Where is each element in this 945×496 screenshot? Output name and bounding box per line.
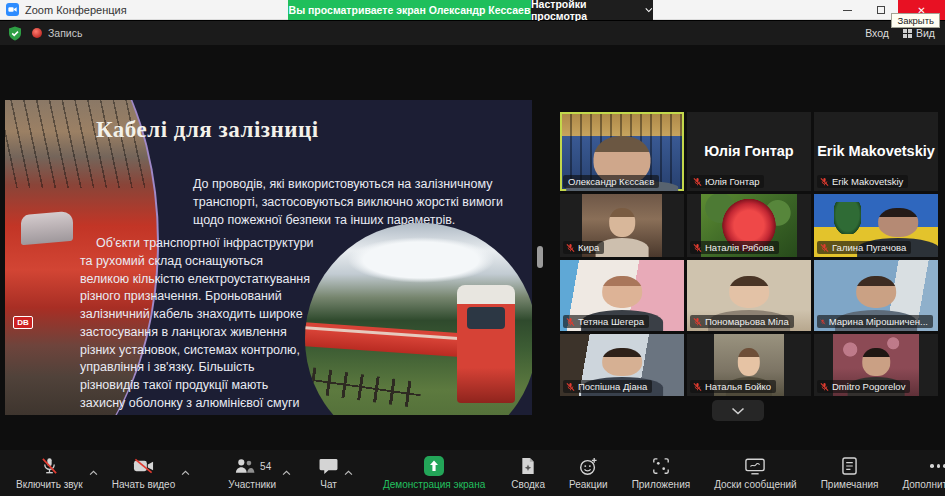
maximize-icon	[877, 6, 885, 14]
more-button[interactable]: Дополнительно	[896, 450, 945, 496]
participant-tile[interactable]: Олександр Кєссаєв	[560, 112, 684, 191]
close-tooltip: Закрыть	[891, 13, 940, 28]
reactions-button[interactable]: Реакции	[563, 450, 614, 496]
recording-label: Запись	[48, 27, 82, 39]
security-shield-icon[interactable]	[8, 26, 22, 41]
chat-button[interactable]: Чат	[313, 450, 344, 496]
audio-options-chevron[interactable]	[89, 450, 98, 496]
minimize-icon	[843, 10, 852, 11]
camera-off-icon	[133, 456, 154, 476]
login-button[interactable]: Вход	[865, 27, 889, 39]
video-options-chevron[interactable]	[181, 450, 190, 496]
whiteboards-button[interactable]: Доски сообщений	[708, 450, 803, 496]
chevron-down-icon	[731, 407, 745, 415]
muted-mic-icon	[693, 243, 702, 253]
notes-icon	[842, 456, 857, 476]
participant-name: Олександр Кєссаєв	[568, 176, 654, 187]
participant-display-name: Юлія Гонтар	[687, 142, 811, 158]
shared-screen-slide: DB Кабелі для залізниці До проводів, які…	[5, 100, 532, 415]
participant-display-name: Erik Makovetskiy	[814, 142, 938, 158]
participants-gallery: Олександр Кєссаєв Юлія Гонтар Юлія Гонта…	[560, 112, 938, 396]
slide-title: Кабелі для залізниці	[96, 117, 319, 143]
chat-icon	[319, 456, 338, 476]
window-titlebar: Zoom Конференция Вы просматриваете экран…	[0, 0, 945, 20]
muted-mic-icon	[820, 382, 829, 392]
fence	[310, 367, 423, 408]
participant-name: Галина Пугачова	[832, 242, 906, 253]
participant-name: Erik Makovetskiy	[832, 176, 903, 187]
more-icon	[930, 456, 945, 476]
summary-button[interactable]: Сводка	[505, 450, 551, 496]
share-screen-button[interactable]: Демонстрация экрана	[377, 450, 491, 496]
whiteboard-icon	[745, 456, 765, 476]
chevron-down-icon	[645, 7, 653, 13]
participant-tile[interactable]: Тетяна Шегера	[560, 260, 684, 331]
meeting-toolbar: Включить звук Начать видео 54 Участники …	[0, 450, 945, 496]
gallery-scrollbar[interactable]	[537, 246, 543, 268]
participant-name: Пономарьова Міла	[705, 316, 789, 327]
meeting-header: Запись Вход Вид	[0, 21, 945, 45]
muted-mic-icon	[566, 382, 575, 392]
participant-tile[interactable]: Наталія Рябова	[687, 194, 811, 257]
snow-mountain	[347, 237, 495, 283]
zoom-app-icon	[6, 3, 19, 16]
start-video-button[interactable]: Начать видео	[106, 450, 182, 496]
participant-name: Кира	[578, 242, 599, 253]
main-area: DB Кабелі для залізниці До проводів, які…	[0, 45, 945, 450]
mic-muted-icon	[41, 456, 58, 476]
screen-share-banner: Вы просматриваете экран Олександр Кессае…	[288, 0, 531, 20]
window-title: Zoom Конференция	[25, 4, 127, 16]
participant-name: Поспішна Діана	[578, 381, 647, 392]
reactions-icon	[579, 456, 598, 476]
participant-name: Наталія Рябова	[705, 242, 774, 253]
unmute-button[interactable]: Включить звук	[10, 450, 89, 496]
mountain-train-photo	[305, 223, 532, 415]
participant-name: Марина Мірошничен...	[829, 316, 928, 327]
recording-indicator-icon	[32, 28, 42, 38]
summary-icon	[520, 456, 536, 476]
slide-paragraph-2: Об'єкти транспортної інфраструктури та р…	[80, 235, 315, 415]
participant-tile[interactable]: Dmitro Pogorelov	[814, 334, 938, 396]
muted-mic-icon	[820, 317, 826, 327]
participant-tile[interactable]: Кира	[560, 194, 684, 257]
muted-mic-icon	[566, 243, 575, 253]
participant-name: Тетяна Шегера	[578, 316, 644, 327]
muted-mic-icon	[693, 317, 702, 327]
participant-tile[interactable]: Галина Пугачова	[814, 194, 938, 257]
notes-button[interactable]: Примечания	[815, 450, 885, 496]
view-settings-button[interactable]: Настройки просмотра	[531, 0, 653, 20]
share-screen-icon	[424, 456, 444, 476]
participants-button[interactable]: 54 Участники	[222, 450, 282, 496]
gallery-next-page-button[interactable]	[712, 400, 764, 421]
apps-button[interactable]: Приложения	[626, 450, 697, 496]
participant-name: Наталья Бойко	[705, 381, 771, 392]
slide-paragraph-1: До проводів, які використовуються на зал…	[193, 176, 531, 229]
participant-name: Dmitro Pogorelov	[832, 381, 905, 392]
participant-tile[interactable]: Наталья Бойко	[687, 334, 811, 396]
participants-icon	[233, 457, 255, 475]
muted-mic-icon	[820, 177, 829, 187]
muted-mic-icon	[566, 317, 575, 327]
train-locomotive	[457, 285, 515, 403]
db-train-logo: DB	[13, 316, 33, 329]
participant-tile[interactable]: Марина Мірошничен...	[814, 260, 938, 331]
participants-options-chevron[interactable]	[282, 450, 291, 496]
view-button[interactable]: Вид	[903, 27, 935, 39]
participant-tile[interactable]: Пономарьова Міла	[687, 260, 811, 331]
chat-options-chevron[interactable]	[344, 450, 353, 496]
participant-tile[interactable]: Erik Makovetskiy Erik Makovetskiy	[814, 112, 938, 191]
participant-tile[interactable]: Поспішна Діана	[560, 334, 684, 396]
participant-tile[interactable]: Юлія Гонтар Юлія Гонтар	[687, 112, 811, 191]
gallery-view-icon	[903, 29, 912, 38]
apps-icon	[652, 456, 670, 476]
participants-count: 54	[260, 461, 271, 472]
muted-mic-icon	[693, 177, 702, 187]
muted-mic-icon	[693, 382, 702, 392]
muted-mic-icon	[820, 243, 829, 253]
participant-name: Юлія Гонтар	[705, 176, 759, 187]
minimize-button[interactable]	[830, 0, 864, 20]
